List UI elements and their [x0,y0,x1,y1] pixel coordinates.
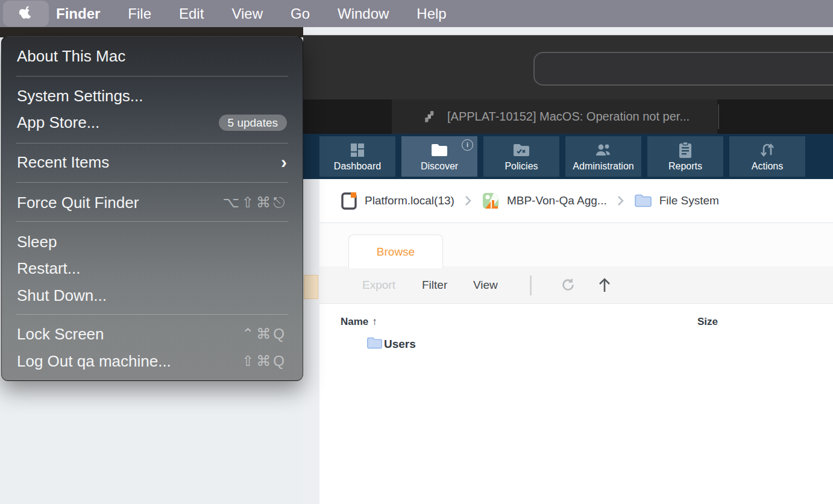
menu-item-recent-items[interactable]: Recent Items › [2,150,303,174]
nav-tab-administration[interactable]: Administration [565,136,641,177]
menu-item-label: Force Quit Finder [17,194,139,212]
menu-item-file[interactable]: File [114,5,165,22]
info-icon[interactable]: i [462,139,473,151]
menu-bar-items: Finder File Edit View Go Window Help [56,5,461,22]
browser-address-bar[interactable] [533,52,833,86]
menu-item-label: App Store... [17,113,99,131]
nav-tab-label: Reports [668,161,702,172]
actions-swap-icon [759,141,776,159]
nav-tab-label: Administration [573,161,633,172]
menu-item-lock-screen[interactable]: Lock Screen ⌃⌘Q [2,322,303,346]
export-button[interactable]: Export [362,266,395,303]
updates-badge: 5 updates [219,115,287,131]
nav-tab-label: Policies [505,161,538,172]
toolbar: Export Filter View [319,266,833,304]
nav-tab-policies[interactable]: Policies [483,136,559,177]
menu-item-go[interactable]: Go [277,5,324,22]
menu-separator [16,76,288,77]
menu-separator [16,182,288,183]
nav-tab-label: Discover [421,161,458,172]
view-button[interactable]: View [473,266,498,303]
column-header-size[interactable]: Size [697,316,718,328]
menu-item-restart[interactable]: Restart... [2,256,303,280]
menu-separator [16,221,288,222]
main-content: Platform.local(13) MBP-Von-Qa Agg... [319,179,833,504]
menu-item-about-this-mac[interactable]: About This Mac [2,44,303,68]
menu-bar: Finder File Edit View Go Window Help [0,0,833,27]
keyboard-shortcut: ⌃⌘Q [242,322,287,346]
apple-dropdown-menu: About This Mac System Settings... App St… [1,36,303,381]
menu-item-sleep[interactable]: Sleep [2,230,303,254]
tab-browse[interactable]: Browse [348,235,443,268]
nav-tab-dashboard[interactable]: Dashboard [319,136,395,177]
refresh-icon [561,277,576,292]
policies-folder-icon [512,141,530,159]
menu-item-edit[interactable]: Edit [165,5,218,22]
browser-window: [APPLAT-10152] MacOS: Operation not per.… [303,35,833,504]
toolbar-divider [530,276,532,295]
users-icon [594,141,612,159]
browser-tab-strip: [APPLAT-10152] MacOS: Operation not per.… [303,99,833,134]
submenu-chevron-icon: › [281,150,287,174]
nav-tab-reports[interactable]: Reports [647,136,723,177]
filter-button[interactable]: Filter [422,266,447,303]
app-nav-bar: Dashboard i Discover Policies [303,134,833,179]
nav-tab-discover[interactable]: i Discover [401,136,477,177]
keyboard-shortcut: ⇧⌘Q [242,349,287,373]
browser-tab-jira[interactable]: [APPLAT-10152] MacOS: Operation not per.… [392,99,717,134]
up-directory-button[interactable] [598,266,611,303]
content-tab-row: Browse [319,223,833,266]
menu-item-label: Log Out qa machine... [17,352,171,370]
menu-item-window[interactable]: Window [324,5,403,22]
refresh-button[interactable] [561,266,576,303]
jira-icon [423,109,439,125]
menu-item-force-quit[interactable]: Force Quit Finder ⌥⇧⌘⎋ [2,191,303,215]
apple-menu-button[interactable] [3,1,49,27]
macos-device-icon [482,192,500,210]
folder-icon [366,336,383,352]
menu-item-system-settings[interactable]: System Settings... [2,84,303,108]
browser-tab-title: [APPLAT-10152] MacOS: Operation not per.… [447,110,690,124]
clipboard-icon [678,141,693,159]
device-icon [341,191,357,210]
chevron-right-icon [464,195,472,207]
breadcrumb-platform[interactable]: Platform.local(13) [341,191,454,210]
sort-asc-icon: ↑ [372,316,377,328]
breadcrumb-device[interactable]: MBP-Von-Qa Agg... [482,192,607,210]
menu-item-view[interactable]: View [218,5,277,22]
menu-item-shut-down[interactable]: Shut Down... [2,283,303,307]
folder-icon [430,141,448,159]
browser-chrome [303,35,833,100]
apple-icon [19,5,33,22]
tab-separator [718,104,719,129]
chevron-right-icon [617,195,624,207]
nav-tab-label: Actions [752,161,783,172]
table-header: Name ↑ Size [319,312,833,334]
menu-item-label: Recent Items [17,153,109,171]
column-label: Name [341,316,368,328]
menu-separator [16,143,288,143]
arrow-up-icon [598,277,611,293]
peach-marker [304,275,318,299]
nav-tab-label: Dashboard [334,161,381,172]
folder-icon [634,194,652,208]
keyboard-shortcut: ⌥⇧⌘⎋ [222,191,287,215]
menu-item-finder[interactable]: Finder [56,5,114,22]
left-gutter [303,179,319,504]
breadcrumb-file-system[interactable]: File System [634,194,719,208]
breadcrumb-label: MBP-Von-Qa Agg... [507,194,607,207]
menu-item-label: Lock Screen [17,325,104,343]
dashboard-icon [350,141,365,159]
breadcrumb: Platform.local(13) MBP-Von-Qa Agg... [319,179,833,223]
column-header-name[interactable]: Name ↑ [341,316,377,328]
menu-item-app-store[interactable]: App Store... 5 updates [2,110,303,134]
menu-item-log-out[interactable]: Log Out qa machine... ⇧⌘Q [2,349,303,373]
nav-tab-actions[interactable]: Actions [729,136,805,177]
breadcrumb-label: File System [659,194,719,207]
table-row[interactable]: Users [319,334,833,354]
row-name: Users [384,338,416,351]
menu-separator [16,314,288,315]
menu-item-help[interactable]: Help [403,5,460,22]
breadcrumb-label: Platform.local(13) [365,194,454,207]
